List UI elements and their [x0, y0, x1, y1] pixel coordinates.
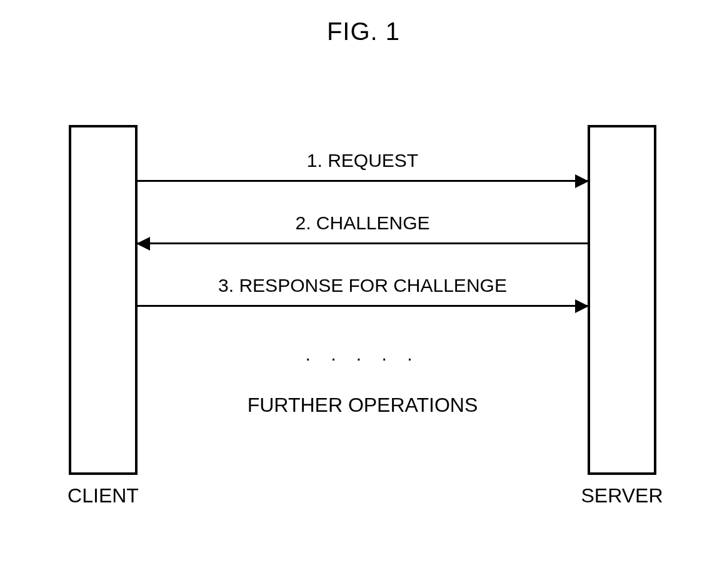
- server-label: SERVER: [559, 484, 684, 507]
- message-3-arrow: [138, 305, 588, 307]
- message-1-label: 1. REQUEST: [138, 150, 588, 171]
- message-1-arrow: [138, 180, 588, 182]
- sequence-diagram: CLIENT SERVER 1. REQUEST 2. CHALLENGE 3.…: [69, 125, 656, 562]
- client-lifeline: [69, 125, 138, 475]
- server-lifeline: [588, 125, 656, 475]
- further-operations-label: FURTHER OPERATIONS: [138, 394, 588, 417]
- client-label: CLIENT: [41, 484, 166, 507]
- message-2-label: 2. CHALLENGE: [138, 212, 588, 234]
- ellipsis: . . . . .: [138, 344, 588, 365]
- figure-title: FIG. 1: [0, 17, 727, 46]
- message-3-label: 3. RESPONSE FOR CHALLENGE: [138, 275, 588, 296]
- message-2-arrow: [138, 242, 588, 244]
